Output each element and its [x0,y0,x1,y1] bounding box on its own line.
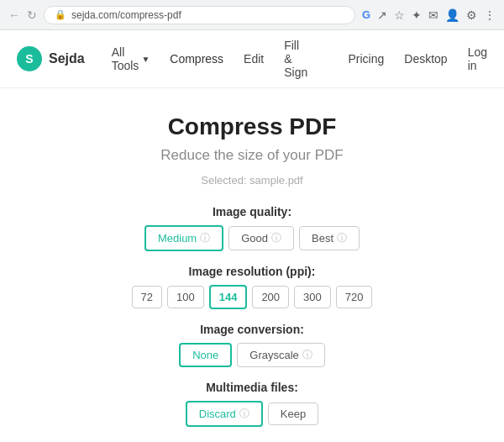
resolution-72-button[interactable]: 72 [132,286,162,308]
image-conversion-buttons: None Grayscale ⓘ [179,343,325,367]
page-subtitle: Reduce the size of your PDF [160,147,343,164]
image-quality-group: Image quality: Medium ⓘ Good ⓘ Best ⓘ [76,205,428,251]
multimedia-files-group: Multimedia files: Discard ⓘ Keep [76,381,428,427]
reload-button[interactable]: ↻ [27,8,37,22]
logo-circle: S [17,46,42,71]
best-help-icon[interactable]: ⓘ [337,231,347,245]
url-text: sejda.com/compress-pdf [71,9,181,21]
multimedia-keep-button[interactable]: Keep [268,403,318,425]
back-button[interactable]: ← [8,8,20,22]
good-help-icon[interactable]: ⓘ [271,231,281,245]
image-quality-buttons: Medium ⓘ Good ⓘ Best ⓘ [144,225,360,251]
resolution-300-button[interactable]: 300 [294,286,331,308]
browser-chrome: ← ↻ 🔒 sejda.com/compress-pdf G ↗ ☆ ✦ ✉ 👤… [0,0,504,30]
multimedia-files-label: Multimedia files: [206,381,298,394]
image-conversion-label: Image conversion: [200,323,304,336]
star-icon[interactable]: ☆ [394,8,405,22]
discard-help-icon[interactable]: ⓘ [239,407,249,421]
resolution-100-button[interactable]: 100 [167,286,204,308]
medium-help-icon[interactable]: ⓘ [200,231,210,245]
conversion-grayscale-button[interactable]: Grayscale ⓘ [237,343,325,367]
nav-desktop[interactable]: Desktop [404,52,447,66]
address-bar[interactable]: 🔒 sejda.com/compress-pdf [44,6,355,24]
menu-icon[interactable]: ⋮ [484,8,496,22]
nav-login[interactable]: Log in [468,45,487,72]
extension-icon[interactable]: ✦ [412,8,422,22]
chevron-down-icon: ▼ [141,55,150,64]
conversion-none-button[interactable]: None [179,343,232,367]
nav-fill-sign[interactable]: Fill & Sign [284,39,307,79]
image-resolution-group: Image resolution (ppi): 72 100 144 200 3… [76,265,428,309]
image-resolution-buttons: 72 100 144 200 300 720 [132,285,373,309]
mail-icon[interactable]: ✉ [428,8,438,22]
resolution-200-button[interactable]: 200 [252,286,289,308]
quality-good-button[interactable]: Good ⓘ [228,226,294,250]
lock-icon: 🔒 [55,9,66,20]
multimedia-files-buttons: Discard ⓘ Keep [186,401,318,427]
puzzle-icon[interactable]: ⚙ [466,8,477,22]
nav-compress[interactable]: Compress [170,52,223,66]
multimedia-discard-button[interactable]: Discard ⓘ [186,401,263,427]
main-content: Compress PDF Reduce the size of your PDF… [0,88,504,442]
image-resolution-label: Image resolution (ppi): [189,265,316,278]
logo-area[interactable]: S Sejda [17,46,85,71]
top-nav: S Sejda All Tools ▼ Compress Edit Fill &… [0,30,504,88]
resolution-144-button[interactable]: 144 [209,285,248,309]
logo-text: Sejda [49,51,85,66]
nav-edit[interactable]: Edit [244,52,264,66]
image-conversion-group: Image conversion: None Grayscale ⓘ [76,323,428,367]
user-icon[interactable]: 👤 [445,8,459,22]
resolution-720-button[interactable]: 720 [336,286,373,308]
image-quality-label: Image quality: [213,205,291,218]
quality-best-button[interactable]: Best ⓘ [299,226,360,250]
google-icon[interactable]: G [362,8,370,21]
browser-toolbar: G ↗ ☆ ✦ ✉ 👤 ⚙ ⋮ [362,8,496,22]
selected-file: Selected: sample.pdf [201,174,302,187]
options-container: Image quality: Medium ⓘ Good ⓘ Best ⓘ Im… [76,205,428,440]
nav-pricing[interactable]: Pricing [348,52,384,66]
share-icon[interactable]: ↗ [377,8,387,22]
grayscale-help-icon[interactable]: ⓘ [302,348,312,362]
quality-medium-button[interactable]: Medium ⓘ [144,225,223,251]
nav-all-tools[interactable]: All Tools ▼ [112,45,150,72]
page-title: Compress PDF [168,113,337,140]
